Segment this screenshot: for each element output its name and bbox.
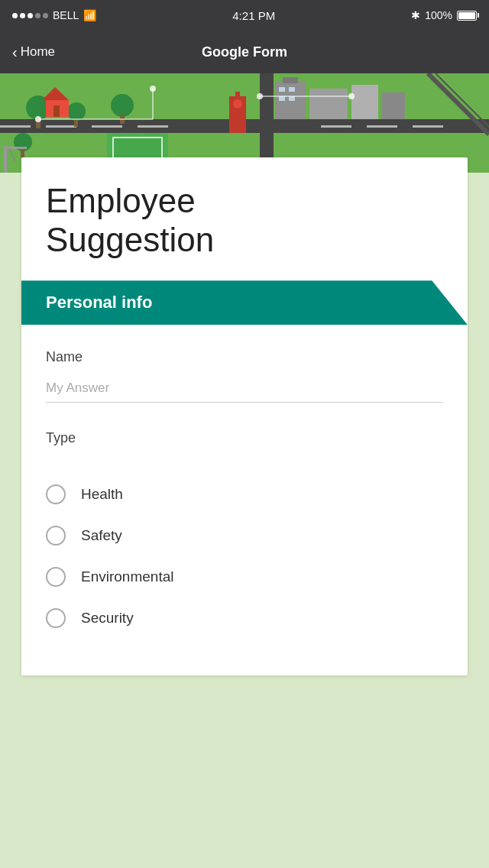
wifi-icon: 📶 (83, 9, 96, 21)
svg-rect-44 (4, 146, 7, 173)
battery-icon-container (457, 11, 477, 21)
battery-fill (458, 12, 475, 19)
svg-point-21 (233, 99, 242, 108)
svg-rect-3 (0, 125, 31, 128)
status-bar: BELL 📶 4:21 PM ✱ 100% (0, 0, 489, 31)
radio-circle-health (46, 484, 66, 504)
status-right: ✱ 100% (411, 9, 477, 21)
radio-option-safety[interactable]: Safety (46, 515, 443, 556)
svg-rect-13 (351, 85, 378, 119)
svg-point-40 (35, 116, 41, 122)
svg-rect-20 (235, 92, 240, 99)
svg-rect-15 (279, 87, 285, 92)
back-label: Home (21, 44, 55, 60)
signal-dot-1 (12, 13, 18, 18)
signal-dot-4 (35, 13, 40, 18)
svg-point-26 (111, 94, 134, 117)
svg-rect-12 (309, 89, 348, 119)
radio-label-safety: Safety (81, 527, 122, 544)
name-label: Name (46, 349, 443, 365)
radio-circle-safety (46, 526, 66, 546)
svg-point-43 (348, 93, 355, 99)
nav-bar: ‹ Home Google Form (0, 31, 489, 73)
section-header-text: Personal info (46, 293, 152, 312)
status-left: BELL 📶 (12, 9, 96, 21)
radio-circle-environmental (46, 567, 66, 587)
radio-label-health: Health (81, 486, 123, 503)
carrier-label: BELL (53, 9, 79, 21)
svg-rect-6 (138, 125, 168, 128)
form-title: Employee Suggestion (21, 157, 468, 280)
battery-percent: 100% (425, 9, 452, 21)
type-label: Type (46, 430, 443, 446)
svg-rect-29 (21, 150, 24, 157)
status-time: 4:21 PM (232, 9, 275, 22)
svg-rect-17 (279, 96, 285, 101)
radio-group-type: Health Safety Environmental Security (21, 474, 468, 639)
svg-rect-5 (92, 125, 122, 128)
radio-label-environmental: Environmental (81, 568, 173, 585)
radio-label-security: Security (81, 610, 134, 627)
svg-rect-25 (74, 119, 78, 127)
svg-rect-7 (321, 125, 351, 128)
form-title-line2: Suggestion (46, 221, 214, 258)
name-input[interactable] (46, 374, 443, 403)
form-title-line1: Employee (46, 182, 196, 219)
svg-rect-32 (53, 105, 60, 117)
svg-rect-11 (283, 77, 298, 83)
back-chevron-icon: ‹ (12, 44, 18, 60)
name-field: Name (21, 349, 468, 403)
bluetooth-icon: ✱ (411, 9, 420, 21)
svg-point-24 (67, 102, 86, 121)
type-field: Type (21, 430, 468, 446)
form-card: Employee Suggestion Personal info Name T… (21, 157, 468, 675)
nav-title: Google Form (202, 44, 287, 60)
signal-dot-2 (20, 13, 25, 18)
signal-dot-5 (43, 13, 48, 18)
svg-rect-8 (367, 125, 397, 128)
signal-dot-3 (28, 13, 33, 18)
svg-point-39 (150, 86, 156, 92)
svg-rect-14 (382, 92, 405, 119)
signal-dots (12, 13, 48, 18)
svg-rect-9 (413, 125, 443, 128)
radio-option-health[interactable]: Health (46, 474, 443, 515)
battery-icon (457, 11, 477, 21)
radio-circle-security (46, 608, 66, 628)
svg-rect-18 (289, 96, 295, 101)
svg-rect-4 (46, 125, 76, 128)
radio-option-environmental[interactable]: Environmental (46, 556, 443, 598)
svg-rect-45 (4, 147, 27, 149)
svg-rect-16 (289, 87, 295, 92)
radio-option-security[interactable]: Security (46, 598, 443, 639)
section-header: Personal info (21, 280, 468, 325)
back-button[interactable]: ‹ Home (12, 44, 55, 60)
